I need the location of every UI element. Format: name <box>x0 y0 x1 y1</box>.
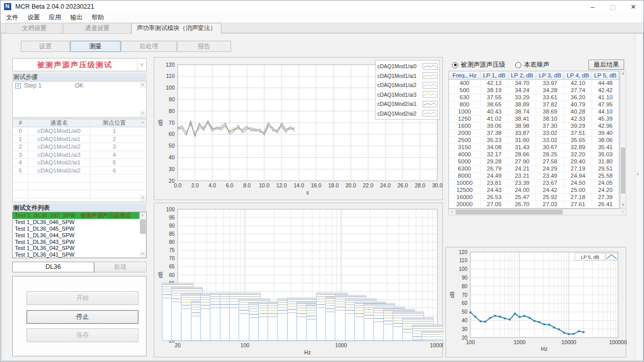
test-type-dropdown[interactable]: 被测声源声压级测试 ˅ <box>12 58 147 71</box>
result-table-row[interactable]: 100040.4338.7438.6940.2844.10 <box>449 108 619 116</box>
scroll-down-icon[interactable]: ˅ <box>139 195 146 201</box>
column-header[interactable]: LP 3, dB <box>536 71 564 79</box>
scroll-down-icon[interactable]: ˅ <box>139 251 146 257</box>
radio-measured-source[interactable]: 被测声源声压级 <box>452 61 506 69</box>
channel-table-row[interactable]: 2cDAQ1Mod1/ai23 <box>13 143 146 151</box>
menu-item-apply[interactable]: 应用 <box>44 13 66 22</box>
close-button[interactable]: ✕ <box>623 1 643 13</box>
table-cell: 500 <box>449 87 481 94</box>
table-cell <box>28 175 90 182</box>
chevron-down-icon[interactable]: ˅ <box>137 59 146 71</box>
menu-item-settings[interactable]: 设置 <box>23 13 44 22</box>
result-table-row[interactable]: 315034.0831.4330.6732.8935.41 <box>449 144 619 151</box>
result-table-row[interactable]: 63037.5533.2933.6136.2041.10 <box>449 94 619 101</box>
maximize-button[interactable]: ▢ <box>603 1 623 13</box>
channel-table-row[interactable]: 3cDAQ1Mod1/ai34 <box>13 151 146 159</box>
scrollbar-thumb[interactable] <box>621 148 625 193</box>
column-header[interactable]: LP 5, dB <box>592 71 619 79</box>
channel-table-row[interactable] <box>13 183 146 191</box>
save-button[interactable]: 保存 <box>26 328 138 342</box>
tab-document-settings[interactable]: 文档设置 <box>6 23 63 33</box>
result-table-row[interactable]: 400032.1728.6628.2532.2035.03 <box>449 151 619 158</box>
result-table-row[interactable]: 1000023.8123.3923.6724.5024.05 <box>449 180 619 187</box>
scroll-up-icon[interactable]: ˄ <box>621 71 626 77</box>
test-file-item[interactable]: Test 1_DL36_045_SPW <box>13 226 139 232</box>
test-file-item[interactable]: Test 1_DL36_041_SPW <box>13 252 139 258</box>
subtab-report[interactable]: 报告 <box>177 41 231 52</box>
collapse-left-icon[interactable]: ‹ <box>637 171 638 177</box>
tab-sound-power-module[interactable]: 声功率测试模块（消声室法） <box>131 23 221 34</box>
channel-table-row[interactable] <box>13 190 146 199</box>
subtab-postprocess[interactable]: 后处理 <box>121 41 177 52</box>
svg-text:100: 100 <box>165 85 175 91</box>
result-table-row[interactable]: 1600026.5325.4725.9227.1827.39 <box>449 194 619 201</box>
legend-line-swatch <box>423 72 438 79</box>
table-cell: cDAQ1Mod1/ai2 <box>28 143 90 151</box>
table-cell: 1 <box>13 135 28 143</box>
test-file-list[interactable]: Test 1_DL36_047_SPW 被测声源声压级测试Test 1_DL36… <box>12 212 147 258</box>
radio-background-noise[interactable]: 本底噪声 <box>515 61 549 69</box>
result-table-row[interactable]: 800024.4923.2123.4924.9425.58 <box>449 173 619 180</box>
scroll-down-icon[interactable]: ˅ <box>139 110 146 117</box>
result-table-vscrollbar[interactable]: ˄ ˅ <box>620 71 626 208</box>
table-cell: 20000 <box>449 201 481 208</box>
test-file-item[interactable]: Test 1_DL36_042_SPW <box>13 245 139 252</box>
menu-item-help[interactable]: 帮助 <box>87 13 108 22</box>
test-file-item[interactable]: Test 1_DL36_047_SPW 被测声源声压级测试 <box>13 212 139 219</box>
test-file-item[interactable]: Test 1_DL36_043_SPW <box>13 239 139 245</box>
start-button[interactable]: 开始 <box>26 291 138 305</box>
scrollbar-thumb[interactable] <box>140 219 146 234</box>
scroll-right-icon[interactable]: › <box>620 209 625 215</box>
column-header[interactable]: Freq., Hz <box>449 71 481 79</box>
new-file-button[interactable]: 新建 <box>94 262 147 272</box>
file-prefix-field[interactable]: DL36 <box>12 262 94 272</box>
table-cell: 41.10 <box>592 94 619 101</box>
scroll-down-icon[interactable]: ˅ <box>621 202 626 208</box>
result-table[interactable]: Freq., HzLP 1, dBLP 2, dBLP 3, dBLP 4, d… <box>449 71 620 209</box>
test-file-item[interactable]: Test 1_DL36_046_SPW <box>13 219 139 226</box>
subtab-setup[interactable]: 设置 <box>21 41 70 52</box>
result-table-row[interactable]: 80038.6538.8937.8240.7947.95 <box>449 101 619 108</box>
channel-table-row[interactable] <box>13 175 146 183</box>
steps-list[interactable]: ✓Step 1OK ˄ ˅ <box>12 81 147 118</box>
checkbox-icon[interactable]: ✓ <box>15 83 21 89</box>
result-table-row[interactable]: 500029.2827.9027.5829.4031.80 <box>449 158 619 165</box>
result-table-row[interactable]: 125041.0238.4138.1042.3345.39 <box>449 116 619 123</box>
result-table-hscrollbar[interactable]: ‹ › <box>449 209 626 215</box>
result-table-row[interactable]: 40042.1334.7033.9742.1044.48 <box>449 80 619 87</box>
table-cell <box>13 190 28 198</box>
result-table-row[interactable]: 50038.1934.2434.2837.7442.42 <box>449 87 619 94</box>
channel-table-row[interactable]: 4cDAQ1Mod2/ai15 <box>13 159 146 167</box>
table-cell: 27.39 <box>592 194 619 201</box>
table-cell: 30.67 <box>536 144 564 151</box>
menu-item-output[interactable]: 输出 <box>66 13 87 22</box>
minimize-button[interactable]: – <box>582 1 603 13</box>
result-table-row[interactable]: 160039.0638.9837.3039.2942.96 <box>449 123 619 130</box>
stop-button[interactable]: 停止 <box>26 310 138 324</box>
final-result-button[interactable]: 最后结果 <box>589 60 624 70</box>
tab-channel-settings[interactable]: 通道设置 <box>63 23 131 33</box>
scroll-left-icon[interactable]: ‹ <box>450 209 455 215</box>
column-header[interactable]: LP 2, dB <box>509 71 537 79</box>
subtab-measure[interactable]: 测量 <box>70 41 121 52</box>
scroll-up-icon[interactable]: ˄ <box>139 120 146 126</box>
menu-item-file[interactable]: 文件 <box>2 13 23 22</box>
result-table-row[interactable]: 1250024.4324.0024.4225.0024.20 <box>449 187 619 194</box>
radio-on-icon <box>452 62 458 68</box>
result-table-row[interactable]: 250035.2331.6033.0235.6538.06 <box>449 137 619 144</box>
result-table-row[interactable]: 630026.7924.2124.2927.1929.51 <box>449 165 619 173</box>
channel-table[interactable]: #通道名测点位置0cDAQ1Mod1/ai011cDAQ1Mod1/ai122c… <box>12 119 147 202</box>
step-list-item[interactable]: ✓Step 1OK <box>13 81 146 90</box>
channel-table-row[interactable]: 0cDAQ1Mod1/ai01 <box>13 127 146 135</box>
result-table-row[interactable]: 200037.3833.8733.0237.5139.40 <box>449 130 619 137</box>
table-cell: 23.81 <box>481 180 509 186</box>
scroll-up-icon[interactable]: ˄ <box>139 82 146 88</box>
scroll-up-icon[interactable]: ˄ <box>139 213 146 219</box>
column-header[interactable]: LP 4, dB <box>564 71 592 79</box>
channel-table-row[interactable]: 5cDAQ1Mod2/ai26 <box>13 167 146 175</box>
channel-table-row[interactable]: 1cDAQ1Mod1/ai12 <box>13 135 146 144</box>
column-header[interactable]: LP 1, dB <box>481 71 509 79</box>
test-file-item[interactable]: Test 1_DL36_044_SPW <box>13 232 139 239</box>
scrollbar-thumb[interactable] <box>456 210 563 214</box>
result-table-row[interactable]: 2000027.0526.7027.0327.6126.41 <box>449 201 619 208</box>
